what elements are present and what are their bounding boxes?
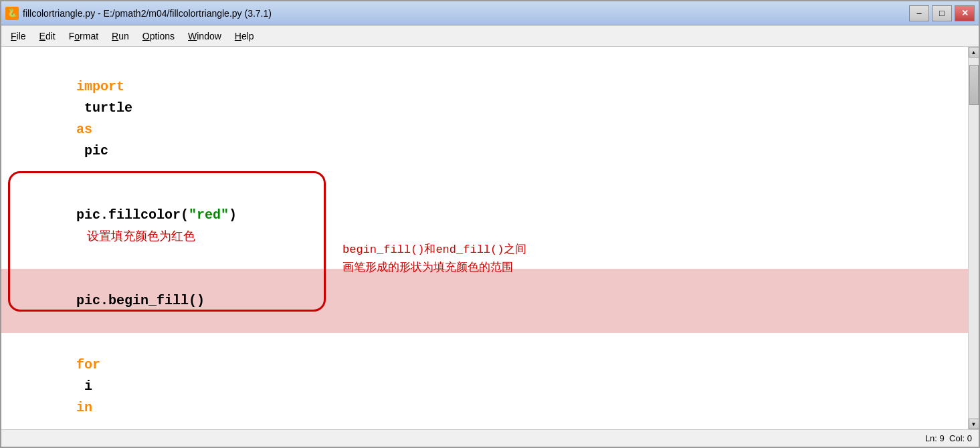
window-title: fillcolortriangle.py - E:/pmath2/m04/fil…	[23, 8, 272, 19]
code-line-3: pic.begin_fill()	[1, 269, 968, 333]
menu-window[interactable]: Window	[183, 28, 227, 44]
minimize-button[interactable]: –	[909, 5, 929, 21]
scroll-down-button[interactable]: ▼	[969, 419, 979, 429]
scrollbar-track[interactable]	[969, 58, 979, 419]
menu-run[interactable]: Run	[106, 28, 134, 44]
code-fillcolor-close: )	[229, 207, 237, 223]
menu-format[interactable]: Format	[64, 28, 104, 44]
menu-edit[interactable]: Edit	[34, 28, 61, 44]
code-line-4: for i in range (3):	[12, 333, 957, 429]
close-button[interactable]: ✕	[955, 5, 975, 21]
main-window: 🐍 fillcolortriangle.py - E:/pmath2/m04/f…	[0, 0, 980, 448]
code-turtle: turtle	[76, 100, 140, 116]
code-fillcolor: pic.fillcolor(	[76, 207, 189, 223]
menu-options[interactable]: Options	[137, 28, 180, 44]
keyword-as: as	[76, 122, 92, 137]
code-area[interactable]: import turtle as pic pic.fillcolor("red"…	[1, 47, 968, 429]
menu-bar: File Edit Format Run Options Window Help	[1, 25, 979, 47]
code-begin-fill: pic.begin_fill()	[76, 293, 205, 308]
status-bar: Ln: 9 Col: 0	[1, 429, 979, 447]
keyword-import: import	[76, 79, 124, 94]
code-pic1: pic	[76, 143, 108, 158]
title-bar-left: 🐍 fillcolortriangle.py - E:/pmath2/m04/f…	[5, 7, 272, 20]
keyword-in: in	[76, 400, 92, 415]
maximize-button[interactable]: □	[932, 5, 952, 21]
annotation-comment: begin_fill()和end_fill()之间 画笔形成的形状为填充颜色的范…	[342, 241, 526, 277]
scrollbar-thumb[interactable]	[969, 65, 979, 105]
menu-file[interactable]: File	[5, 28, 31, 44]
menu-help[interactable]: Help	[229, 28, 260, 44]
code-i: i	[76, 378, 100, 394]
scrollbar[interactable]: ▲ ▼	[968, 47, 979, 429]
title-bar: 🐍 fillcolortriangle.py - E:/pmath2/m04/f…	[1, 1, 979, 25]
annotation-comment-line1: begin_fill()和end_fill()之间	[342, 241, 526, 259]
editor-container: import turtle as pic pic.fillcolor("red"…	[1, 47, 979, 429]
code-space	[76, 421, 84, 429]
app-icon: 🐍	[5, 7, 19, 20]
status-ln: Ln: 9	[925, 433, 945, 443]
comment-fillcolor: 设置填充颜色为红色	[87, 229, 195, 243]
status-col: Col: 0	[949, 433, 972, 443]
code-line-1: import turtle as pic	[12, 55, 957, 183]
title-bar-buttons: – □ ✕	[909, 5, 975, 21]
annotation-comment-line2: 画笔形成的形状为填充颜色的范围	[342, 259, 526, 277]
code-red-string: "red"	[189, 207, 229, 223]
scroll-up-button[interactable]: ▲	[969, 47, 979, 58]
keyword-for: for	[76, 357, 100, 372]
